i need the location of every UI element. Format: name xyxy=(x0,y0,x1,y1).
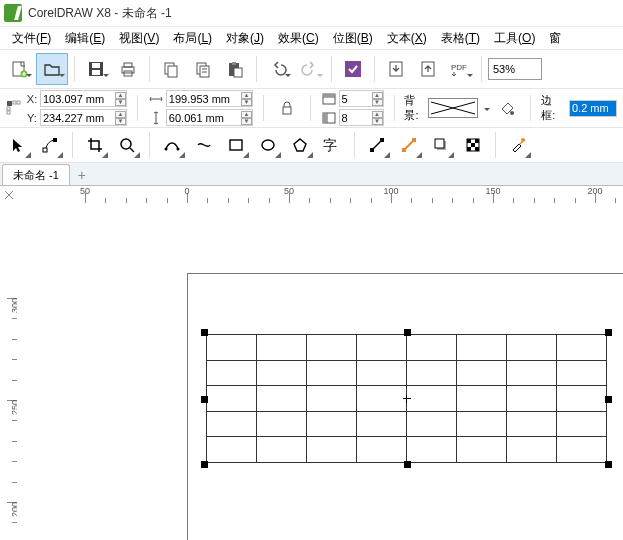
undo-button[interactable] xyxy=(263,54,293,84)
rows-spin-down[interactable]: ▼ xyxy=(372,118,383,125)
horizontal-ruler[interactable]: 50050100150200 xyxy=(17,186,623,204)
export-button[interactable] xyxy=(413,54,443,84)
size-group: 199.953 mm▲▼ 60.061 mm▲▼ xyxy=(148,90,253,126)
ruler-origin[interactable] xyxy=(0,186,18,204)
eyedropper-tool[interactable] xyxy=(504,131,532,159)
x-label: X: xyxy=(26,93,38,105)
svg-rect-21 xyxy=(7,101,12,106)
menu-bitmap[interactable]: 位图(B) xyxy=(327,28,379,49)
handle-top-right[interactable] xyxy=(605,329,612,336)
artistic-media-tool[interactable] xyxy=(190,131,218,159)
selected-table[interactable] xyxy=(206,334,607,463)
canvas[interactable] xyxy=(17,203,623,540)
svg-rect-3 xyxy=(92,63,100,68)
shape-tool[interactable] xyxy=(36,131,64,159)
svg-rect-4 xyxy=(92,70,100,75)
import-button[interactable] xyxy=(381,54,411,84)
rows-icon xyxy=(321,110,337,126)
w-spin-up[interactable]: ▲ xyxy=(241,92,252,99)
handle-top-left[interactable] xyxy=(201,329,208,336)
doc-tab-active[interactable]: 未命名 -1 xyxy=(2,164,70,185)
y-spin-down[interactable]: ▼ xyxy=(115,118,126,125)
menu-text[interactable]: 文本(X) xyxy=(381,28,433,49)
background-dropdown[interactable] xyxy=(480,98,492,118)
separator xyxy=(374,56,375,82)
svg-rect-25 xyxy=(7,111,10,114)
polygon-tool[interactable] xyxy=(286,131,314,159)
handle-center[interactable] xyxy=(403,395,411,403)
crop-tool[interactable] xyxy=(81,131,109,159)
ellipse-tool[interactable] xyxy=(254,131,282,159)
new-button[interactable] xyxy=(4,54,34,84)
print-button[interactable] xyxy=(113,54,143,84)
menu-effect[interactable]: 效果(C) xyxy=(272,28,325,49)
w-spin-down[interactable]: ▼ xyxy=(241,99,252,106)
outline-input[interactable]: 0.2 mm xyxy=(570,101,616,116)
menu-window[interactable]: 窗 xyxy=(543,28,567,49)
cut-button[interactable] xyxy=(156,54,186,84)
drop-shadow-tool[interactable] xyxy=(427,131,455,159)
standard-toolbar: PDF 53% xyxy=(0,50,623,89)
text-tool[interactable]: 字 xyxy=(318,131,346,159)
cols-spin-down[interactable]: ▼ xyxy=(372,99,383,106)
zoom-input[interactable]: 53% xyxy=(488,58,542,80)
menu-layout[interactable]: 布局(L) xyxy=(167,28,218,49)
menu-object[interactable]: 对象(J) xyxy=(220,28,270,49)
copy-button[interactable] xyxy=(188,54,218,84)
connector-tool[interactable] xyxy=(395,131,423,159)
separator xyxy=(481,56,482,82)
background-picker[interactable] xyxy=(428,98,478,118)
handle-bottom-left[interactable] xyxy=(201,461,208,468)
fill-button[interactable] xyxy=(494,93,520,123)
doc-tab-add[interactable]: + xyxy=(72,165,92,185)
handle-bottom-mid[interactable] xyxy=(404,461,411,468)
columns-input[interactable]: 5 xyxy=(340,91,372,106)
handle-top-mid[interactable] xyxy=(404,329,411,336)
svg-rect-58 xyxy=(467,147,471,151)
cols-spin-up[interactable]: ▲ xyxy=(372,92,383,99)
separator xyxy=(149,132,150,158)
paste-button[interactable] xyxy=(220,54,250,84)
redo-button[interactable] xyxy=(295,54,325,84)
outline-label: 边框: xyxy=(541,93,563,123)
menu-tool[interactable]: 工具(O) xyxy=(488,28,541,49)
pdf-button[interactable]: PDF xyxy=(445,54,475,84)
handle-bottom-right[interactable] xyxy=(605,461,612,468)
transparency-tool[interactable] xyxy=(459,131,487,159)
menu-edit[interactable]: 编辑(E) xyxy=(59,28,111,49)
dimension-tool[interactable] xyxy=(363,131,391,159)
x-input[interactable]: 103.097 mm xyxy=(41,91,115,106)
svg-marker-44 xyxy=(294,139,306,151)
position-icon xyxy=(6,100,22,116)
svg-rect-47 xyxy=(370,148,374,152)
height-input[interactable]: 60.061 mm xyxy=(167,110,241,125)
h-spin-up[interactable]: ▲ xyxy=(241,111,252,118)
zoom-tool[interactable] xyxy=(113,131,141,159)
rectangle-tool[interactable] xyxy=(222,131,250,159)
lock-ratio-button[interactable] xyxy=(274,93,300,123)
menu-file[interactable]: 文件(F) xyxy=(6,28,57,49)
y-spin-up[interactable]: ▲ xyxy=(115,111,126,118)
open-button[interactable] xyxy=(36,53,68,85)
background-label: 背景: xyxy=(404,93,426,123)
svg-point-38 xyxy=(121,139,131,149)
h-spin-down[interactable]: ▼ xyxy=(241,118,252,125)
handle-mid-left[interactable] xyxy=(201,396,208,403)
rows-input[interactable]: 8 xyxy=(340,110,372,125)
pick-tool[interactable] xyxy=(4,131,32,159)
y-input[interactable]: 234.227 mm xyxy=(41,110,115,125)
handle-mid-right[interactable] xyxy=(605,396,612,403)
x-spin-up[interactable]: ▲ xyxy=(115,92,126,99)
width-input[interactable]: 199.953 mm xyxy=(167,91,241,106)
save-button[interactable] xyxy=(81,54,111,84)
x-spin-down[interactable]: ▼ xyxy=(115,99,126,106)
svg-rect-37 xyxy=(53,138,57,142)
svg-rect-9 xyxy=(168,66,177,77)
vertical-ruler[interactable]: 300250200 xyxy=(0,203,18,540)
svg-rect-23 xyxy=(17,101,20,104)
menu-view[interactable]: 视图(V) xyxy=(113,28,165,49)
search-button[interactable] xyxy=(338,54,368,84)
menu-table[interactable]: 表格(T) xyxy=(435,28,486,49)
freehand-tool[interactable] xyxy=(158,131,186,159)
rows-spin-up[interactable]: ▲ xyxy=(372,111,383,118)
